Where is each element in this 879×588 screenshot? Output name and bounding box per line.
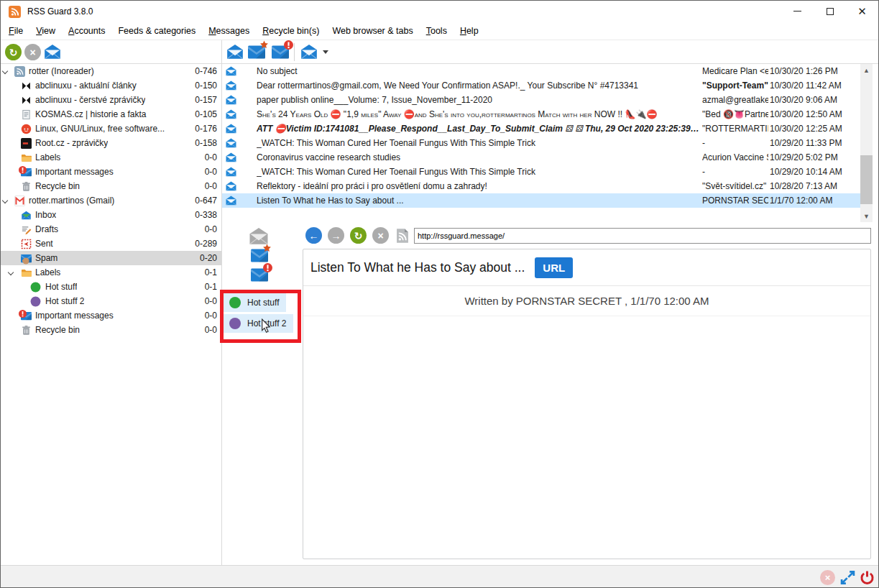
close-button[interactable]: ✕ <box>846 1 878 22</box>
mark-message-read-button[interactable] <box>226 44 244 60</box>
feed-item-spam[interactable]: Spam0-20 <box>1 251 221 265</box>
minimize-icon <box>793 11 801 12</box>
message-subject: No subject <box>257 64 701 78</box>
menu-tools[interactable]: Tools <box>420 24 454 38</box>
message-row[interactable]: Coronavirus vaccine research studiesAcur… <box>222 150 860 165</box>
fullscreen-icon[interactable] <box>840 570 855 585</box>
feed-count: 0-158 <box>195 136 217 150</box>
message-row[interactable]: Reflektory - ideální pro práci i pro osv… <box>222 179 860 193</box>
unread-mail-icon <box>225 66 237 76</box>
message-date: 1/1/70 12:00 AM <box>770 193 857 208</box>
feed-label: Recycle bin <box>35 179 80 193</box>
feed-item-sent[interactable]: Sent0-289 <box>1 236 221 251</box>
message-subject: ATT ⛔Victim ID:1741081__Please_Respond__… <box>257 121 701 136</box>
unread-mail-icon <box>225 181 237 191</box>
feed-item-rotter-inoreader[interactable]: rotter (Inoreader)0-746 <box>1 64 221 78</box>
label-color-icon <box>229 318 241 329</box>
power-icon[interactable] <box>860 570 875 585</box>
feed-item-important-messages[interactable]: Important messages0-0 <box>1 165 221 179</box>
stop-refresh-button[interactable]: × <box>24 44 41 60</box>
feed-item-labels[interactable]: Labels0-1 <box>1 265 221 280</box>
message-sender: azmal@greatlake... <box>702 93 768 107</box>
feed-count: 0-338 <box>195 208 217 222</box>
menu-feeds-categories[interactable]: Feeds & categories <box>111 24 202 38</box>
mark-unread-button[interactable] <box>251 268 268 282</box>
scrollbar-thumb[interactable] <box>860 155 873 204</box>
message-subject: She's 24 Years Old ⛔ "1,9 miles" Away ⛔a… <box>257 107 701 121</box>
rss-source-icon[interactable] <box>395 228 410 246</box>
minimize-button[interactable] <box>781 1 814 22</box>
feed-label: Hot stuff 2 <box>45 294 84 308</box>
mark-message-unread-button[interactable] <box>272 45 289 59</box>
feed-count: 0-0 <box>205 150 217 165</box>
feed-count: 0-176 <box>195 121 217 136</box>
message-row[interactable]: ATT ⛔Victim ID:1741081__Please_Respond__… <box>222 121 860 136</box>
feed-label: Important messages <box>35 308 114 323</box>
message-subject: _WATCH: This Woman Cured Her Toenail Fun… <box>257 165 701 179</box>
stop-load-button[interactable]: × <box>372 227 389 244</box>
refresh-all-button[interactable]: ↻ <box>5 44 22 60</box>
feed-label: Labels <box>35 150 60 165</box>
label-button-hot-stuff-2[interactable]: Hot stuff 2 <box>224 314 293 333</box>
chevron-down-icon[interactable] <box>323 50 328 54</box>
inbox-icon <box>21 210 32 221</box>
menu-help[interactable]: Help <box>454 24 485 38</box>
message-row[interactable]: Dear rottermartinos@gmail.com, We Need Y… <box>222 78 860 93</box>
mark-important-button[interactable] <box>251 249 268 262</box>
menu-messages[interactable]: Messages <box>202 24 256 38</box>
message-row[interactable]: paper publish online___Volume: 7, Issue_… <box>222 93 860 107</box>
mark-all-read-button[interactable] <box>43 44 62 60</box>
feed-item-hot-stuff[interactable]: Hot stuff0-1 <box>1 280 221 294</box>
url-input[interactable] <box>414 228 871 244</box>
mark-message-important-button[interactable] <box>248 45 265 59</box>
scroll-down-icon[interactable]: ▼ <box>860 210 873 222</box>
menu-web-browser-tabs[interactable]: Web browser & tabs <box>326 24 419 38</box>
feed-item-kosmas-cz-historie-a-fakta[interactable]: KOSMAS.cz | historie a fakta0-105 <box>1 107 221 121</box>
feed-item-recycle-bin[interactable]: Recycle bin0-0 <box>1 323 221 337</box>
chevron-expanded-icon[interactable] <box>2 68 8 74</box>
window-title: RSS Guard 3.8.0 <box>27 6 93 17</box>
menu-accounts[interactable]: Accounts <box>62 24 111 38</box>
mail-important-icon <box>21 167 32 178</box>
message-row[interactable]: _WATCH: This Woman Cured Her Toenail Fun… <box>222 165 860 179</box>
feed-item-inbox[interactable]: Inbox0-338 <box>1 208 221 222</box>
menu-view[interactable]: View <box>29 24 62 38</box>
feed-item-root-cz-zpr-vi-ky[interactable]: Root.cz - zprávičky0-158 <box>1 136 221 150</box>
feed-label: abclinuxu - aktuální články <box>35 78 137 93</box>
feed-count: 0-1 <box>205 280 217 294</box>
feed-item-linux-gnu-linux-free-software[interactable]: Linux, GNU/Linux, free software...0-176 <box>1 121 221 136</box>
message-row[interactable]: _WATCH: This Woman Cured Her Toenail Fun… <box>222 136 860 150</box>
mark-read-button[interactable] <box>248 227 270 245</box>
message-date: 10/30/20 1:26 PM <box>770 64 857 78</box>
forward-button[interactable]: → <box>328 227 344 244</box>
message-sender: - <box>702 136 768 150</box>
chevron-expanded-icon[interactable] <box>8 270 14 275</box>
message-date: 10/29/20 11:33 PM <box>770 136 857 150</box>
label-button-hot-stuff[interactable]: Hot stuff <box>224 293 286 312</box>
url-button[interactable]: URL <box>535 257 573 278</box>
scroll-up-icon[interactable]: ▲ <box>860 64 873 76</box>
message-row[interactable]: Listen To What he Has to Say about ...PO… <box>222 193 860 208</box>
feed-label: Important messages <box>35 165 114 179</box>
drafts-icon <box>21 224 32 235</box>
feed-item-recycle-bin[interactable]: Recycle bin0-0 <box>1 179 221 193</box>
feed-item-labels[interactable]: Labels0-0 <box>1 150 221 165</box>
menu-recycle-bin-s[interactable]: Recycle bin(s) <box>256 24 326 38</box>
feed-item-important-messages[interactable]: Important messages0-0 <box>1 308 221 323</box>
maximize-button[interactable] <box>814 1 846 22</box>
reload-button[interactable]: ↻ <box>350 227 367 244</box>
message-list-scrollbar[interactable]: ▲ ▼ <box>860 64 873 222</box>
feed-item-drafts[interactable]: Drafts0-0 <box>1 222 221 236</box>
feed-item-abclinuxu-erstv-zpr-vi-ky[interactable]: abclinuxu - čerstvé zprávičky0-157 <box>1 93 221 107</box>
menu-file[interactable]: File <box>2 24 29 38</box>
feed-item-rotter-martinos-gmail[interactable]: rotter.martinos (Gmail)0-647 <box>1 193 221 208</box>
message-subject: _WATCH: This Woman Cured Her Toenail Fun… <box>257 136 701 150</box>
message-row[interactable]: She's 24 Years Old ⛔ "1,9 miles" Away ⛔a… <box>222 107 860 121</box>
feed-item-abclinuxu-aktu-ln-l-nky[interactable]: abclinuxu - aktuální články0-150 <box>1 78 221 93</box>
message-row[interactable]: No subjectMedicare Plan <e...10/30/20 1:… <box>222 64 860 78</box>
feed-item-hot-stuff-2[interactable]: Hot stuff 20-0 <box>1 294 221 308</box>
toolbar: ↻ × <box>1 40 878 64</box>
chevron-expanded-icon[interactable] <box>2 198 8 203</box>
mark-read-dropdown-button[interactable] <box>300 44 318 60</box>
back-button[interactable]: ← <box>305 227 322 244</box>
